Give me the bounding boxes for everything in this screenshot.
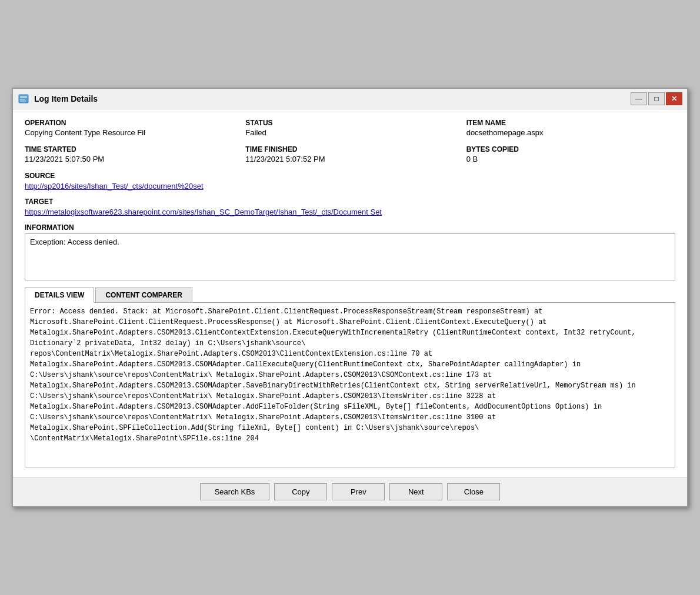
operation-field: OPERATION Copying Content Type Resource … <box>25 119 234 137</box>
time-started-value: 11/23/2021 5:07:50 PM <box>25 155 104 163</box>
svg-rect-2 <box>20 99 25 100</box>
target-label: TARGET <box>25 198 675 206</box>
source-link[interactable]: http://sp2016/sites/Ishan_Test/_cts/docu… <box>25 182 204 190</box>
information-box: Exception: Access denied. <box>25 233 675 280</box>
time-finished-field: TIME FINISHED 11/23/2021 5:07:52 PM <box>245 145 454 163</box>
restore-button[interactable]: □ <box>648 92 665 105</box>
information-label: INFORMATION <box>25 223 675 232</box>
operation-label: OPERATION <box>25 119 234 127</box>
title-bar: Log Item Details — □ ✕ <box>13 89 687 109</box>
item-name-value: docsethomepage.aspx <box>466 128 544 137</box>
meta-grid-row1: OPERATION Copying Content Type Resource … <box>25 119 675 137</box>
close-window-button[interactable]: ✕ <box>666 92 682 105</box>
window-title: Log Item Details <box>34 94 98 103</box>
main-window: Log Item Details — □ ✕ OPERATION Copying… <box>12 88 688 507</box>
tabs-header: DETAILS VIEW CONTENT COMPARER <box>25 288 675 303</box>
content-area: OPERATION Copying Content Type Resource … <box>13 109 687 477</box>
prev-button[interactable]: Prev <box>332 483 385 500</box>
copy-button[interactable]: Copy <box>274 483 327 500</box>
next-button[interactable]: Next <box>389 483 442 500</box>
details-view-content[interactable]: Error: Access denied. Stack: at Microsof… <box>25 303 675 467</box>
source-section: SOURCE http://sp2016/sites/Ishan_Test/_c… <box>25 172 675 190</box>
item-name-field: ITEM NAME docsethomepage.aspx <box>466 119 675 137</box>
bytes-copied-field: BYTES COPIED 0 B <box>466 145 675 163</box>
target-section: TARGET https://metalogixsoftware623.shar… <box>25 198 675 216</box>
minimize-button[interactable]: — <box>631 92 647 105</box>
time-finished-label: TIME FINISHED <box>245 145 454 153</box>
svg-rect-1 <box>20 96 27 98</box>
status-label: STATUS <box>245 119 454 127</box>
svg-rect-3 <box>20 101 26 102</box>
close-button[interactable]: Close <box>447 483 500 500</box>
bytes-copied-value: 0 B <box>466 155 478 163</box>
source-label: SOURCE <box>25 172 675 180</box>
item-name-label: ITEM NAME <box>466 119 675 127</box>
time-started-label: TIME STARTED <box>25 145 234 153</box>
window-icon <box>18 93 29 105</box>
information-text: Exception: Access denied. <box>30 238 119 246</box>
time-started-field: TIME STARTED 11/23/2021 5:07:50 PM <box>25 145 234 163</box>
operation-value: Copying Content Type Resource Fil <box>25 128 145 137</box>
window-controls: — □ ✕ <box>631 92 682 105</box>
time-finished-value: 11/23/2021 5:07:52 PM <box>245 155 325 163</box>
search-kbs-button[interactable]: Search KBs <box>200 483 270 500</box>
tabs-container: DETAILS VIEW CONTENT COMPARER Error: Acc… <box>25 288 675 467</box>
status-value: Failed <box>245 128 266 137</box>
target-link[interactable]: https://metalogixsoftware623.sharepoint.… <box>25 208 382 216</box>
information-section: INFORMATION Exception: Access denied. <box>25 223 675 280</box>
tab-content-comparer[interactable]: CONTENT COMPARER <box>95 288 192 302</box>
bytes-copied-label: BYTES COPIED <box>466 145 675 153</box>
status-field: STATUS Failed <box>245 119 454 137</box>
tab-details-view[interactable]: DETAILS VIEW <box>25 288 94 303</box>
meta-grid-row2: TIME STARTED 11/23/2021 5:07:50 PM TIME … <box>25 145 675 163</box>
footer: Search KBs Copy Prev Next Close <box>13 477 687 506</box>
